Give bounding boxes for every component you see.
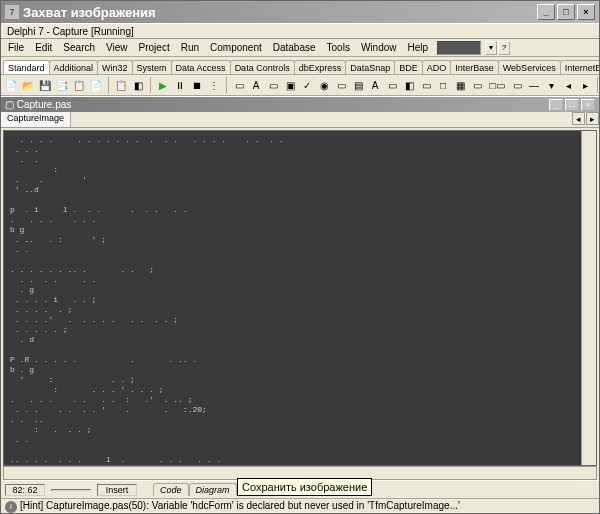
tab-webservices[interactable]: WebServices xyxy=(498,60,561,74)
modified-indicator xyxy=(51,489,91,491)
tab-standard[interactable]: Standard xyxy=(3,60,50,74)
tool-save-icon[interactable]: 💾 xyxy=(37,77,53,93)
menu-search[interactable]: Search xyxy=(58,40,100,55)
editor-titlebar: ▢ Capture.pas _ □ × xyxy=(1,96,599,112)
tool-open-icon[interactable]: 📂 xyxy=(20,77,36,93)
editor-minimize-button[interactable]: _ xyxy=(549,99,563,111)
comp-button-icon[interactable]: ▭ xyxy=(333,77,349,93)
code-editor[interactable]: . . . . . . . . . . . . . . . . . . . . … xyxy=(3,130,597,466)
tab-ado[interactable]: ADO xyxy=(422,60,452,74)
comp-combobox-icon[interactable]: ◧ xyxy=(401,77,417,93)
help-button-icon[interactable]: ? xyxy=(498,41,510,55)
comp-extra4-icon[interactable]: ◂ xyxy=(560,77,576,93)
palette-buttons: ▭ A ▭ ▣ ✓ ◉ ▭ ▤ A ▭ ◧ ▭ □ ▦ ▭ □▭ ▭ — ▾ ◂… xyxy=(231,77,598,93)
tool-run-icon[interactable]: ▶ xyxy=(155,77,171,93)
tab-additional[interactable]: Additional xyxy=(49,60,99,74)
ide-subtitle: Delphi 7 - Capture [Running] xyxy=(1,23,599,39)
editor-nav-fwd-icon[interactable]: ▸ xyxy=(586,112,599,125)
comp-panel-icon[interactable]: ▭ xyxy=(469,77,485,93)
tool-pause-icon[interactable]: ⏸ xyxy=(172,77,188,93)
toolbar-row: 📄 📂 💾 📑 📋 📄 📋 ◧ ▶ ⏸ ⏹ ⋮ ▭ A ▭ ▣ ✓ ◉ ▭ ▤ … xyxy=(1,75,599,96)
comp-popupmenu-icon[interactable]: ▭ xyxy=(265,77,281,93)
titlebar: 7 Захват изображения _ □ × xyxy=(1,1,599,23)
tooltip: Сохранить изображение xyxy=(237,478,372,496)
hint-text: [Hint] CaptureImage.pas(50): Variable 'h… xyxy=(20,500,460,511)
editor-maximize-button[interactable]: □ xyxy=(565,99,579,111)
comp-edit-icon[interactable]: ✓ xyxy=(299,77,315,93)
editor-filename: ▢ Capture.pas xyxy=(5,99,71,110)
comp-groupbox-icon[interactable]: □ xyxy=(435,77,451,93)
menu-component[interactable]: Component xyxy=(205,40,267,55)
tool-viewform-icon[interactable]: 📋 xyxy=(113,77,129,93)
comp-radiogroup-icon[interactable]: ▦ xyxy=(452,77,468,93)
comp-label-icon[interactable]: ▣ xyxy=(282,77,298,93)
hint-icon: i xyxy=(5,501,17,513)
menu-tools[interactable]: Tools xyxy=(322,40,355,55)
cursor-position: 82: 62 xyxy=(5,484,45,496)
insert-mode: Insert xyxy=(97,484,137,496)
menu-edit[interactable]: Edit xyxy=(30,40,57,55)
bottom-tab-code[interactable]: Code xyxy=(153,483,189,496)
main-window: 7 Захват изображения _ □ × Delphi 7 - Ca… xyxy=(0,0,600,514)
main-menu: File Edit Search View Project Run Compon… xyxy=(1,39,599,57)
comp-scrollbar-icon[interactable]: ▭ xyxy=(418,77,434,93)
tab-win32[interactable]: Win32 xyxy=(97,60,133,74)
comp-mainmenu-icon[interactable]: A xyxy=(248,77,264,93)
tool-paste-icon[interactable]: 📄 xyxy=(88,77,104,93)
comp-memo-icon[interactable]: ◉ xyxy=(316,77,332,93)
bottom-tab-diagram[interactable]: Diagram xyxy=(189,483,237,496)
comp-listbox-icon[interactable]: ▭ xyxy=(384,77,400,93)
comp-extra5-icon[interactable]: ▸ xyxy=(577,77,593,93)
comp-extra1-icon[interactable]: ▭ xyxy=(509,77,525,93)
editor-close-button[interactable]: × xyxy=(581,99,595,111)
tab-datasnap[interactable]: DataSnap xyxy=(345,60,395,74)
menu-window[interactable]: Window xyxy=(356,40,402,55)
comp-radiobutton-icon[interactable]: A xyxy=(367,77,383,93)
message-bar[interactable]: i[Hint] CaptureImage.pas(50): Variable '… xyxy=(1,498,599,513)
tool-step-icon[interactable]: ⋮ xyxy=(206,77,222,93)
tab-datacontrols[interactable]: Data Controls xyxy=(230,60,295,74)
comp-checkbox-icon[interactable]: ▤ xyxy=(350,77,366,93)
tool-new-icon[interactable]: 📄 xyxy=(3,77,19,93)
tab-bde[interactable]: BDE xyxy=(394,60,423,74)
menu-database[interactable]: Database xyxy=(268,40,321,55)
tool-toggle-icon[interactable]: ◧ xyxy=(130,77,146,93)
menu-view[interactable]: View xyxy=(101,40,133,55)
maximize-button[interactable]: □ xyxy=(557,4,575,20)
tab-internetexpress[interactable]: InternetExpress xyxy=(560,60,599,74)
app-icon: 7 xyxy=(5,5,19,19)
editor-tabs: CaptureImage ◂ ▸ xyxy=(1,112,599,128)
minimize-button[interactable]: _ xyxy=(537,4,555,20)
editor-nav-back-icon[interactable]: ◂ xyxy=(572,112,585,125)
combo-dropdown[interactable]: ▾ xyxy=(485,41,497,55)
tool-stop-icon[interactable]: ⏹ xyxy=(189,77,205,93)
comp-extra2-icon[interactable]: — xyxy=(526,77,542,93)
editor-tab-capture[interactable]: CaptureImage xyxy=(1,112,71,127)
tool-saveall-icon[interactable]: 📑 xyxy=(54,77,70,93)
menu-project[interactable]: Project xyxy=(134,40,175,55)
menu-help[interactable]: Help xyxy=(402,40,433,55)
comp-extra3-icon[interactable]: ▾ xyxy=(543,77,559,93)
component-palette: Standard Additional Win32 System Data Ac… xyxy=(1,57,599,75)
close-button[interactable]: × xyxy=(577,4,595,20)
menu-run[interactable]: Run xyxy=(176,40,204,55)
tool-copy-icon[interactable]: 📋 xyxy=(71,77,87,93)
tab-dataaccess[interactable]: Data Access xyxy=(171,60,231,74)
comp-arrow-icon[interactable]: ▭ xyxy=(231,77,247,93)
menu-combo[interactable] xyxy=(437,41,481,55)
menu-file[interactable]: File xyxy=(3,40,29,55)
tab-system[interactable]: System xyxy=(132,60,172,74)
window-title: Захват изображения xyxy=(23,5,535,20)
tab-dbexpress[interactable]: dbExpress xyxy=(294,60,347,74)
tab-interbase[interactable]: InterBase xyxy=(450,60,499,74)
comp-actionlist-icon[interactable]: □▭ xyxy=(486,77,508,93)
